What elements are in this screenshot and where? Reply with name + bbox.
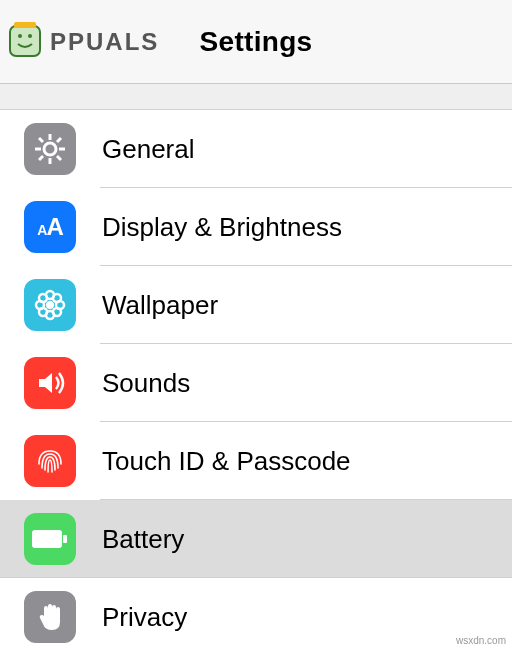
site-logo: PPUALS: [6, 20, 159, 64]
settings-row-battery[interactable]: Battery: [0, 500, 512, 578]
fingerprint-icon: [24, 435, 76, 487]
svg-point-20: [39, 308, 47, 316]
row-label: Sounds: [102, 368, 190, 399]
speaker-icon: [24, 357, 76, 409]
row-label: Touch ID & Passcode: [102, 446, 351, 477]
row-label: Privacy: [102, 602, 187, 633]
settings-row-privacy[interactable]: Privacy: [0, 578, 512, 650]
text-size-icon: AA: [24, 201, 76, 253]
appuals-logo-icon: [6, 20, 54, 64]
svg-line-11: [39, 156, 43, 160]
svg-point-13: [46, 301, 54, 309]
attribution-text: wsxdn.com: [456, 635, 506, 646]
battery-icon: [24, 513, 76, 565]
svg-point-2: [28, 34, 32, 38]
svg-point-21: [53, 308, 61, 316]
settings-row-touchid-passcode[interactable]: Touch ID & Passcode: [0, 422, 512, 500]
settings-list: General AA Display & Brightness Wallpape…: [0, 110, 512, 650]
logo-text: PPUALS: [50, 28, 159, 56]
svg-point-1: [18, 34, 22, 38]
settings-row-general[interactable]: General: [0, 110, 512, 188]
svg-rect-22: [32, 530, 62, 548]
row-label: Display & Brightness: [102, 212, 342, 243]
settings-row-sounds[interactable]: Sounds: [0, 344, 512, 422]
svg-point-4: [44, 143, 56, 155]
settings-row-display-brightness[interactable]: AA Display & Brightness: [0, 188, 512, 266]
settings-header: PPUALS Settings: [0, 0, 512, 84]
svg-line-12: [57, 138, 61, 142]
svg-rect-23: [63, 535, 67, 543]
hand-icon: [24, 591, 76, 643]
svg-line-10: [57, 156, 61, 160]
svg-rect-3: [14, 22, 36, 28]
row-label: General: [102, 134, 195, 165]
gear-icon: [24, 123, 76, 175]
svg-point-18: [39, 294, 47, 302]
page-title: Settings: [200, 26, 313, 58]
section-spacer: [0, 84, 512, 110]
settings-row-wallpaper[interactable]: Wallpaper: [0, 266, 512, 344]
svg-line-9: [39, 138, 43, 142]
row-label: Wallpaper: [102, 290, 218, 321]
svg-rect-0: [10, 26, 40, 56]
row-label: Battery: [102, 524, 184, 555]
flower-icon: [24, 279, 76, 331]
svg-point-19: [53, 294, 61, 302]
